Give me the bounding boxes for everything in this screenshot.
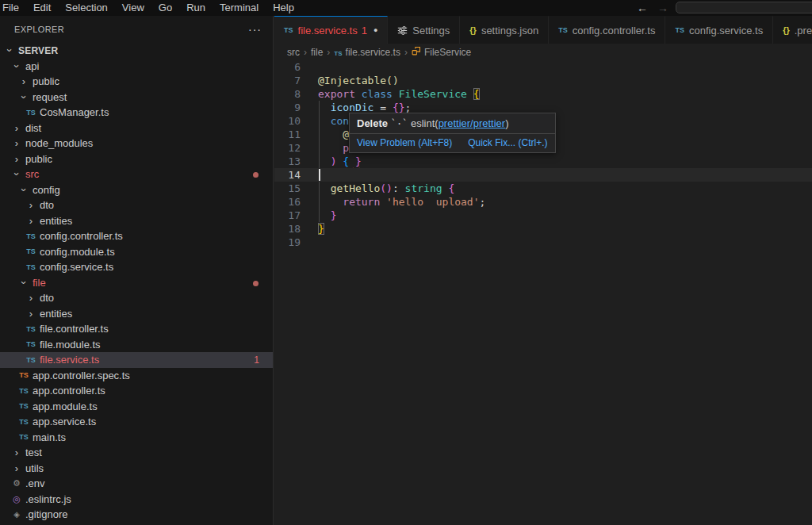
chevron-down-icon: › (11, 59, 23, 72)
tab-label: config.controller.ts (573, 25, 656, 36)
tree-item-label: test (25, 446, 42, 458)
sidebar-file-CosManager.ts[interactable]: TSCosManager.ts (0, 105, 273, 121)
chevron-right-icon: › (25, 292, 37, 304)
menu-item-file[interactable]: File (0, 0, 26, 16)
tab-config-controller-ts[interactable]: TSconfig.controller.ts (549, 16, 665, 44)
menu-item-run[interactable]: Run (179, 0, 213, 16)
code-token (380, 196, 386, 208)
sidebar-folder-test[interactable]: ›test (0, 445, 273, 461)
breadcrumb-label: file.service.ts (346, 47, 400, 58)
sidebar-folder-file[interactable]: ›file (0, 275, 273, 291)
code-line-17[interactable]: 17 } (274, 209, 812, 222)
code-token: {} (393, 102, 405, 113)
tree-item-label: file.service.ts (40, 354, 99, 366)
chevron-right-icon: › (10, 462, 23, 474)
chevron-right-icon: › (10, 446, 23, 458)
sidebar-folder-node_modules[interactable]: ›node_modules (0, 136, 273, 151)
sidebar-folder-dto[interactable]: ›dto (0, 290, 273, 306)
line-number: 17 (274, 209, 318, 222)
code-line-19[interactable]: 19 (274, 236, 812, 249)
sidebar-folder-dist[interactable]: ›dist (0, 121, 273, 136)
quick-fix-link[interactable]: Quick Fix... (Ctrl+.) (468, 137, 547, 148)
chevron-right-icon: › (10, 122, 23, 134)
sidebar-file-main.ts[interactable]: TSmain.ts (0, 430, 273, 446)
tab-Settings[interactable]: Settings (388, 16, 460, 44)
code-line-8[interactable]: 8export class FileService { (274, 87, 812, 101)
error-dot-badge (253, 172, 259, 178)
code-line-13[interactable]: 13 ) { } (274, 155, 812, 168)
code-text: } (318, 209, 336, 222)
code-token: = (373, 102, 392, 113)
sidebar-file-app.controller.ts[interactable]: TSapp.controller.ts (0, 383, 273, 399)
sidebar-folder-utils[interactable]: ›utils (0, 461, 273, 477)
tree-item-label: app.controller.spec.ts (33, 370, 130, 381)
sidebar-folder-dto[interactable]: ›dto (0, 197, 273, 213)
code-token (318, 196, 343, 208)
class-symbol-icon (412, 46, 421, 56)
sidebar-file-.gitignore[interactable]: ◈.gitignore (0, 507, 273, 523)
tab-config-service-ts[interactable]: TSconfig.service.ts (665, 16, 773, 44)
line-number: 14 (274, 168, 318, 182)
eslint-config-icon: ◎ (10, 494, 23, 504)
command-center-searchbox[interactable] (676, 2, 812, 13)
code-token: con (331, 115, 349, 127)
breadcrumb-item-file[interactable]: file (311, 47, 323, 58)
explorer-more-actions-icon[interactable]: ··· (248, 25, 262, 33)
code-token (318, 155, 331, 167)
menu-item-help[interactable]: Help (266, 0, 301, 16)
view-problem-link[interactable]: View Problem (Alt+F8) (357, 137, 452, 148)
sidebar-folder-entities[interactable]: ›entities (0, 213, 273, 229)
tree-item-label: app.module.ts (33, 400, 98, 412)
sidebar-file-app.module.ts[interactable]: TSapp.module.ts (0, 399, 273, 415)
tab-file-service-ts[interactable]: TSfile.service.ts1● (274, 16, 388, 44)
breadcrumb-item-file-service-ts[interactable]: TSfile.service.ts (334, 47, 400, 58)
code-line-6[interactable]: 6 (274, 60, 812, 74)
code-line-7[interactable]: 7@Injectable() (274, 74, 812, 87)
code-text: export class FileService { (318, 87, 480, 101)
tree-item-label: .gitignore (25, 508, 67, 520)
sidebar-folder-SERVER[interactable]: ›SERVER (0, 43, 273, 59)
sidebar-folder-request[interactable]: ›request (0, 90, 273, 105)
code-line-15[interactable]: 15 getHello(): string { (274, 182, 812, 195)
sidebar-folder-public[interactable]: ›public (0, 74, 273, 90)
sidebar-file-file.module.ts[interactable]: TSfile.module.ts (0, 337, 273, 353)
modified-dot-icon: ● (373, 26, 377, 34)
problem-message-action: Delete (357, 117, 388, 129)
code-line-16[interactable]: 16 return 'hello upload'; (274, 195, 812, 209)
sidebar-folder-entities[interactable]: ›entities (0, 306, 273, 322)
sidebar-folder-config[interactable]: ›config (0, 182, 273, 198)
code-text: return 'hello upload'; (318, 195, 485, 209)
breadcrumb-item-FileService[interactable]: FileService (412, 46, 471, 58)
sidebar-file-app.controller.spec.ts[interactable]: TSapp.controller.spec.ts (0, 368, 273, 384)
breadcrumb-item-src[interactable]: src (287, 47, 300, 58)
code-line-18[interactable]: 18} (274, 222, 812, 236)
chevron-right-icon: › (25, 199, 37, 211)
menu-item-selection[interactable]: Selection (58, 0, 114, 16)
menu-item-terminal[interactable]: Terminal (213, 0, 266, 16)
tab-settings-json[interactable]: {}settings.json (460, 16, 549, 44)
tab-label: settings.json (481, 25, 538, 36)
sidebar-file-config.service.ts[interactable]: TSconfig.service.ts (0, 259, 273, 275)
code-line-14[interactable]: 14 (274, 168, 812, 182)
sidebar-folder-api[interactable]: ›api (0, 59, 273, 75)
sidebar-file-.env[interactable]: ⚙.env (0, 476, 273, 492)
code-token: { (448, 182, 454, 194)
sidebar-folder-src[interactable]: ›src (0, 167, 273, 182)
sidebar-file-file.controller.ts[interactable]: TSfile.controller.ts (0, 321, 273, 337)
sidebar-file-app.service.ts[interactable]: TSapp.service.ts (0, 414, 273, 430)
sidebar-file-config.controller.ts[interactable]: TSconfig.controller.ts (0, 228, 273, 244)
tab--pre[interactable]: {}.pre (773, 16, 812, 44)
code-token: getHello (331, 182, 381, 194)
sidebar-file-config.module.ts[interactable]: TSconfig.module.ts (0, 244, 273, 260)
menu-item-go[interactable]: Go (151, 0, 179, 16)
sidebar-folder-public[interactable]: ›public (0, 151, 273, 167)
typescript-file-icon: TS (17, 402, 30, 410)
problem-rule-link[interactable]: prettier/prettier (439, 117, 506, 129)
menu-item-view[interactable]: View (115, 0, 151, 16)
nav-forward-button[interactable]: → (653, 2, 673, 14)
nav-back-button[interactable]: ← (632, 2, 653, 14)
sidebar-file-.eslintrc.js[interactable]: ◎.eslintrc.js (0, 492, 273, 508)
code-token (349, 155, 355, 167)
sidebar-file-file.service.ts[interactable]: TSfile.service.ts1 (0, 352, 273, 368)
menu-item-edit[interactable]: Edit (26, 0, 58, 16)
